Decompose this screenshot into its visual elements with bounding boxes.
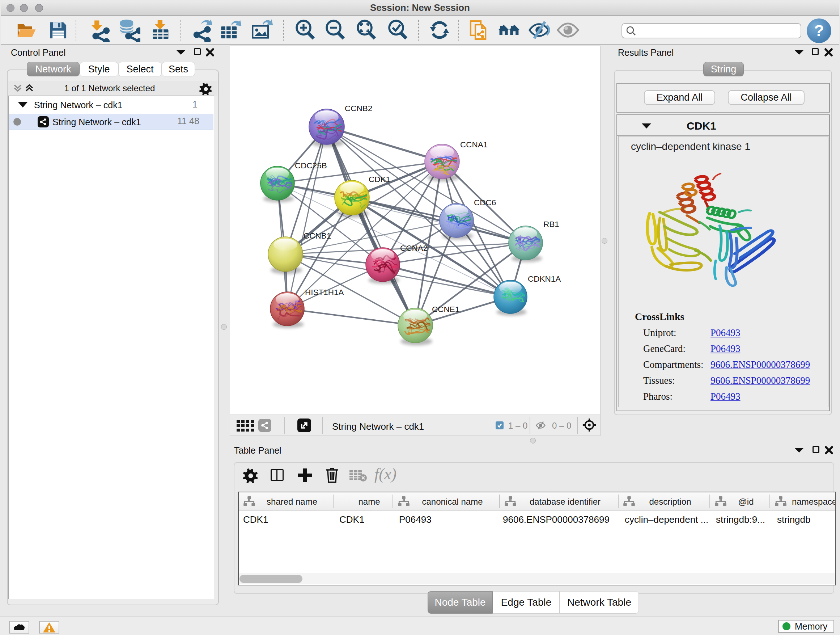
svg-text:RB1: RB1 [543, 220, 559, 229]
svg-text:HIST1H1A: HIST1H1A [305, 288, 344, 297]
svg-text:CCNA1: CCNA1 [460, 140, 488, 149]
svg-text:CCNB1: CCNB1 [303, 231, 331, 241]
svg-text:CDC25B: CDC25B [295, 161, 327, 170]
svg-text:CDKN1A: CDKN1A [528, 274, 561, 283]
svg-text:CCNA2: CCNA2 [400, 244, 428, 253]
svg-text:CCNE1: CCNE1 [432, 305, 459, 314]
svg-text:CDC6: CDC6 [474, 198, 496, 207]
svg-text:CDK1: CDK1 [369, 175, 390, 184]
svg-text:CCNB2: CCNB2 [345, 104, 372, 113]
